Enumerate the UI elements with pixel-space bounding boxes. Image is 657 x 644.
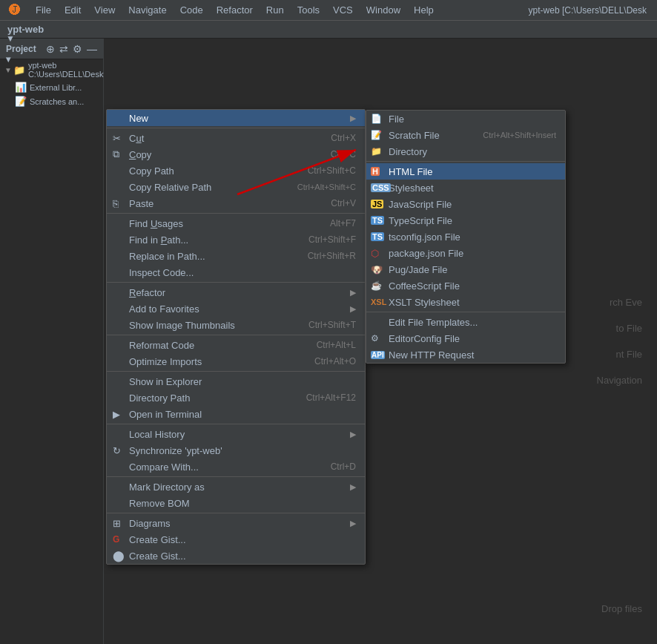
menu-sync-label: Synchronize 'ypt-web' xyxy=(129,445,222,456)
submenu-arrow-new: ▶ xyxy=(350,114,356,123)
replace-shortcut: Ctrl+Shift+R xyxy=(308,251,356,261)
menu-find-in-path[interactable]: Find in Path... Ctrl+Shift+F xyxy=(107,231,365,248)
submenu-separator-2 xyxy=(366,312,565,312)
menu-gist2-label: Create Gist... xyxy=(129,551,186,562)
npm-icon: ⬡ xyxy=(371,248,379,259)
pug-icon: 🐶 xyxy=(371,264,383,275)
menu-run[interactable]: Run xyxy=(260,3,290,17)
submenu-tsconfig[interactable]: TS tsconfig.json File xyxy=(366,229,565,245)
sidebar-item-external[interactable]: 📊 External Libr... xyxy=(0,80,103,94)
folder-icon: 📁 xyxy=(13,65,25,76)
submenu-xslt[interactable]: XSL XSLT Stylesheet xyxy=(366,294,565,310)
menu-create-gist-2[interactable]: ⬤ Create Gist... xyxy=(107,548,365,564)
menu-open-terminal[interactable]: ▶ Open in Terminal xyxy=(107,406,365,422)
thumbnails-shortcut: Ctrl+Shift+T xyxy=(308,320,356,330)
submenu-js-file[interactable]: JS JavaScript File xyxy=(366,196,565,212)
menu-replace-in-path[interactable]: Replace in Path... Ctrl+Shift+R xyxy=(107,248,365,264)
locate-icon[interactable]: ⊕ xyxy=(46,43,55,55)
submenu-editorconfig-label: EditorConfig File xyxy=(389,333,460,344)
sidebar-scratch-label: Scratches an... xyxy=(30,97,84,106)
menu-refactor-label: Refactor xyxy=(129,287,165,298)
submenu-xslt-label: XSLT Stylesheet xyxy=(389,297,460,308)
menu-inspect-label: Inspect Code... xyxy=(129,267,194,278)
menu-window[interactable]: Window xyxy=(360,3,406,17)
copy-icon: ⧉ xyxy=(113,148,119,160)
submenu-editorconfig[interactable]: ⚙ EditorConfig File xyxy=(366,330,565,346)
submenu-stylesheet-label: Stylesheet xyxy=(389,183,434,194)
file-icon: 📄 xyxy=(371,114,382,124)
menu-refactor[interactable]: Refactor ▶ xyxy=(107,284,365,300)
titlebar: ypt-web xyxy=(0,21,657,39)
editorconfig-icon: ⚙ xyxy=(371,333,379,344)
menu-help[interactable]: Help xyxy=(408,3,440,17)
menu-navigate[interactable]: Navigate xyxy=(122,3,172,17)
menu-synchronize[interactable]: ↻ Synchronize 'ypt-web' xyxy=(107,442,365,459)
menu-find-usages-label: Find Usages xyxy=(129,218,183,229)
menu-reformat[interactable]: Reformat Code Ctrl+Alt+L xyxy=(107,337,365,353)
search-everywhere-item[interactable]: rch Eve xyxy=(610,297,642,308)
submenu-package-json[interactable]: ⬡ package.json File xyxy=(366,245,565,261)
scratch-file-icon: 📝 xyxy=(371,130,382,140)
menu-show-thumbnails[interactable]: Show Image Thumbnails Ctrl+Shift+T xyxy=(107,317,365,333)
js-icon: JS xyxy=(371,200,383,208)
menu-reformat-label: Reformat Code xyxy=(129,340,194,351)
find-in-path-shortcut: Ctrl+Shift+F xyxy=(308,234,356,245)
submenu-js-label: JavaScript File xyxy=(389,199,452,210)
menu-find-usages[interactable]: Find Usages Alt+F7 xyxy=(107,215,365,231)
separator-3 xyxy=(107,282,365,283)
menu-copy-label: Copy xyxy=(129,149,151,160)
submenu-pug[interactable]: 🐶 Pug/Jade File xyxy=(366,261,565,277)
menu-copy-relative-label: Copy Relative Path xyxy=(129,182,211,193)
menu-copy-path[interactable]: Copy Path Ctrl+Shift+C xyxy=(107,162,365,179)
sidebar-item-scratches[interactable]: 📝 Scratches an... xyxy=(0,94,103,108)
scratch-icon: 📝 xyxy=(15,96,27,107)
submenu-edit-templates[interactable]: Edit File Templates... xyxy=(366,314,565,330)
submenu-html-file[interactable]: H HTML File xyxy=(366,163,565,180)
menu-add-favorites[interactable]: Add to Favorites ▶ xyxy=(107,300,365,317)
menu-mark-directory[interactable]: Mark Directory as ▶ xyxy=(107,479,365,495)
menu-remove-bom-label: Remove BOM xyxy=(129,498,190,509)
menu-edit[interactable]: Edit xyxy=(59,3,87,17)
menu-directory-path[interactable]: Directory Path Ctrl+Alt+F12 xyxy=(107,390,365,406)
paste-shortcut: Ctrl+V xyxy=(331,198,356,208)
menu-vcs[interactable]: VCS xyxy=(327,3,359,17)
menu-create-gist-1[interactable]: G Create Gist... xyxy=(107,531,365,548)
menu-code[interactable]: Code xyxy=(174,3,209,17)
menu-file[interactable]: File xyxy=(30,3,57,17)
expand-icon[interactable]: ⇄ xyxy=(59,43,68,55)
submenu-stylesheet[interactable]: CSS Stylesheet xyxy=(366,180,565,196)
submenu-http-request[interactable]: API New HTTP Request xyxy=(366,346,565,363)
menu-inspect-code[interactable]: Inspect Code... xyxy=(107,264,365,280)
menu-view[interactable]: View xyxy=(88,3,121,17)
menu-paste[interactable]: ⎘ Paste Ctrl+V xyxy=(107,195,365,211)
submenu-directory[interactable]: 📁 Directory xyxy=(366,143,565,160)
submenu-ts-file[interactable]: TS TypeScript File xyxy=(366,212,565,229)
menu-compare-with[interactable]: Compare With... Ctrl+D xyxy=(107,459,365,475)
submenu-coffeescript[interactable]: ☕ CoffeeScript File xyxy=(366,277,565,294)
submenu-file-label: File xyxy=(389,114,404,125)
menu-cut[interactable]: ✂ Cut Ctrl+X xyxy=(107,130,365,146)
settings-icon[interactable]: ⚙ xyxy=(73,43,82,55)
go-to-file-item[interactable]: to File xyxy=(616,323,642,334)
submenu-file[interactable]: 📄 File xyxy=(366,111,565,127)
paste-icon: ⎘ xyxy=(113,198,119,209)
menu-new[interactable]: New ▶ xyxy=(107,110,365,126)
navigation-item[interactable]: Navigation xyxy=(597,375,642,386)
menu-diagrams[interactable]: ⊞ Diagrams ▶ xyxy=(107,515,365,531)
menu-add-favorites-label: Add to Favorites xyxy=(129,303,199,315)
diagrams-icon: ⊞ xyxy=(113,518,121,529)
menu-refactor[interactable]: Refactor xyxy=(211,3,259,17)
submenu-ts-label: TypeScript File xyxy=(389,215,452,226)
submenu-scratch-file[interactable]: 📝 Scratch File Ctrl+Alt+Shift+Insert xyxy=(366,127,565,143)
menu-remove-bom[interactable]: Remove BOM xyxy=(107,495,365,511)
menu-optimize-imports[interactable]: Optimize Imports Ctrl+Alt+O xyxy=(107,353,365,369)
menu-copy[interactable]: ⧉ Copy Ctrl+C xyxy=(107,146,365,162)
menu-local-history[interactable]: Local History ▶ xyxy=(107,426,365,442)
menu-tools[interactable]: Tools xyxy=(291,3,326,17)
minimize-icon[interactable]: — xyxy=(87,43,97,55)
menu-show-explorer[interactable]: Show in Explorer xyxy=(107,373,365,390)
recent-file-item[interactable]: nt File xyxy=(616,349,642,360)
menu-copy-relative-path[interactable]: Copy Relative Path Ctrl+Alt+Shift+C xyxy=(107,179,365,195)
sync-icon: ↻ xyxy=(113,445,121,456)
submenu-package-label: package.json File xyxy=(389,248,463,259)
